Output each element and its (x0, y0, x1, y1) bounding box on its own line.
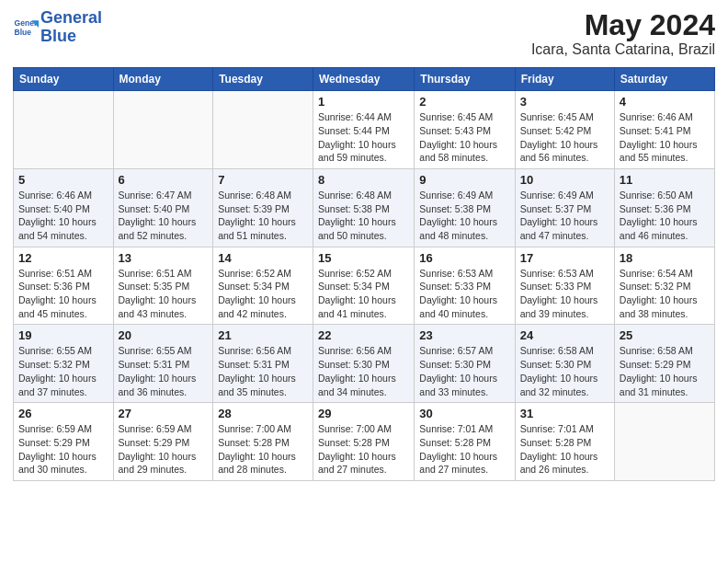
day-info: Sunrise: 6:55 AM Sunset: 5:32 PM Dayligh… (18, 344, 108, 398)
day-number: 2 (419, 95, 509, 109)
day-number: 7 (218, 173, 308, 187)
day-info: Sunrise: 7:01 AM Sunset: 5:28 PM Dayligh… (419, 422, 509, 477)
day-number: 20 (119, 328, 209, 342)
calendar-cell: 16Sunrise: 6:53 AM Sunset: 5:33 PM Dayli… (415, 247, 515, 325)
day-number: 23 (419, 328, 509, 342)
calendar-table: Sunday Monday Tuesday Wednesday Thursday… (13, 67, 715, 481)
calendar-cell: 17Sunrise: 6:53 AM Sunset: 5:33 PM Dayli… (515, 247, 614, 325)
day-number: 24 (520, 328, 609, 342)
col-friday: Friday (515, 68, 614, 91)
calendar-week-row-3: 12Sunrise: 6:51 AM Sunset: 5:36 PM Dayli… (14, 247, 715, 325)
calendar-cell: 4Sunrise: 6:46 AM Sunset: 5:41 PM Daylig… (614, 91, 714, 169)
logo-area: General Blue General Blue (13, 9, 102, 46)
generalblue-logo-icon: General Blue (13, 15, 39, 40)
calendar-cell: 29Sunrise: 7:00 AM Sunset: 5:28 PM Dayli… (313, 403, 415, 481)
calendar-cell (213, 91, 313, 169)
day-number: 11 (620, 173, 710, 187)
title-area: May 2024 Icara, Santa Catarina, Brazil (531, 9, 715, 58)
day-number: 30 (419, 407, 509, 420)
day-number: 15 (318, 251, 409, 265)
day-number: 3 (520, 95, 609, 109)
calendar-week-row-4: 19Sunrise: 6:55 AM Sunset: 5:32 PM Dayli… (14, 325, 715, 403)
day-info: Sunrise: 6:46 AM Sunset: 5:41 PM Dayligh… (620, 110, 710, 165)
col-saturday: Saturday (614, 68, 714, 91)
calendar-cell: 27Sunrise: 6:59 AM Sunset: 5:29 PM Dayli… (113, 403, 213, 481)
calendar-cell: 13Sunrise: 6:51 AM Sunset: 5:35 PM Dayli… (113, 247, 213, 325)
calendar-cell: 14Sunrise: 6:52 AM Sunset: 5:34 PM Dayli… (213, 247, 313, 325)
day-number: 13 (119, 251, 209, 265)
day-number: 6 (119, 173, 209, 187)
calendar-week-row-5: 26Sunrise: 6:59 AM Sunset: 5:29 PM Dayli… (14, 403, 715, 481)
day-number: 12 (18, 251, 108, 265)
day-info: Sunrise: 6:58 AM Sunset: 5:29 PM Dayligh… (620, 344, 710, 398)
day-number: 17 (520, 251, 609, 265)
logo-text: General Blue (40, 9, 102, 46)
calendar-cell: 22Sunrise: 6:56 AM Sunset: 5:30 PM Dayli… (313, 325, 415, 403)
calendar-cell (14, 91, 114, 169)
day-number: 25 (620, 328, 710, 342)
location-title: Icara, Santa Catarina, Brazil (531, 41, 715, 58)
day-info: Sunrise: 6:46 AM Sunset: 5:40 PM Dayligh… (18, 189, 108, 243)
calendar-cell: 2Sunrise: 6:45 AM Sunset: 5:43 PM Daylig… (415, 91, 515, 169)
calendar-header-row: Sunday Monday Tuesday Wednesday Thursday… (14, 68, 715, 91)
calendar-cell: 5Sunrise: 6:46 AM Sunset: 5:40 PM Daylig… (14, 168, 114, 247)
day-number: 31 (520, 407, 609, 420)
calendar-cell: 19Sunrise: 6:55 AM Sunset: 5:32 PM Dayli… (14, 325, 114, 403)
calendar-cell: 1Sunrise: 6:44 AM Sunset: 5:44 PM Daylig… (313, 91, 415, 169)
calendar-cell: 28Sunrise: 7:00 AM Sunset: 5:28 PM Dayli… (213, 403, 313, 481)
day-info: Sunrise: 6:50 AM Sunset: 5:36 PM Dayligh… (620, 189, 710, 243)
day-number: 1 (318, 95, 409, 109)
day-info: Sunrise: 6:48 AM Sunset: 5:39 PM Dayligh… (218, 189, 308, 243)
day-info: Sunrise: 6:45 AM Sunset: 5:42 PM Dayligh… (520, 110, 609, 165)
col-wednesday: Wednesday (313, 68, 415, 91)
month-title: May 2024 (531, 9, 715, 41)
day-info: Sunrise: 7:00 AM Sunset: 5:28 PM Dayligh… (218, 422, 308, 477)
calendar-cell: 12Sunrise: 6:51 AM Sunset: 5:36 PM Dayli… (14, 247, 114, 325)
day-number: 16 (419, 251, 509, 265)
day-info: Sunrise: 6:59 AM Sunset: 5:29 PM Dayligh… (18, 422, 108, 477)
day-number: 5 (18, 173, 108, 187)
day-info: Sunrise: 6:47 AM Sunset: 5:40 PM Dayligh… (119, 189, 209, 243)
calendar-cell: 11Sunrise: 6:50 AM Sunset: 5:36 PM Dayli… (614, 168, 714, 247)
day-info: Sunrise: 6:55 AM Sunset: 5:31 PM Dayligh… (119, 344, 209, 398)
day-info: Sunrise: 6:53 AM Sunset: 5:33 PM Dayligh… (520, 267, 609, 321)
day-info: Sunrise: 6:58 AM Sunset: 5:30 PM Dayligh… (520, 344, 609, 398)
calendar-cell: 31Sunrise: 7:01 AM Sunset: 5:28 PM Dayli… (515, 403, 614, 481)
day-info: Sunrise: 6:56 AM Sunset: 5:31 PM Dayligh… (218, 344, 308, 398)
page: General Blue General Blue May 2024 Icara… (0, 0, 728, 494)
calendar-cell: 24Sunrise: 6:58 AM Sunset: 5:30 PM Dayli… (515, 325, 614, 403)
day-info: Sunrise: 6:45 AM Sunset: 5:43 PM Dayligh… (419, 110, 509, 165)
calendar-cell: 26Sunrise: 6:59 AM Sunset: 5:29 PM Dayli… (14, 403, 114, 481)
day-info: Sunrise: 6:44 AM Sunset: 5:44 PM Dayligh… (318, 110, 409, 165)
col-sunday: Sunday (14, 68, 114, 91)
calendar-cell: 25Sunrise: 6:58 AM Sunset: 5:29 PM Dayli… (614, 325, 714, 403)
day-number: 22 (318, 328, 409, 342)
calendar-cell: 23Sunrise: 6:57 AM Sunset: 5:30 PM Dayli… (415, 325, 515, 403)
day-number: 14 (218, 251, 308, 265)
calendar-cell (113, 91, 213, 169)
calendar-week-row-1: 1Sunrise: 6:44 AM Sunset: 5:44 PM Daylig… (14, 91, 715, 169)
day-info: Sunrise: 6:51 AM Sunset: 5:35 PM Dayligh… (119, 267, 209, 321)
day-info: Sunrise: 6:49 AM Sunset: 5:38 PM Dayligh… (419, 189, 509, 243)
day-number: 28 (218, 407, 308, 420)
day-number: 21 (218, 328, 308, 342)
calendar-cell: 18Sunrise: 6:54 AM Sunset: 5:32 PM Dayli… (614, 247, 714, 325)
calendar-cell: 21Sunrise: 6:56 AM Sunset: 5:31 PM Dayli… (213, 325, 313, 403)
day-info: Sunrise: 6:52 AM Sunset: 5:34 PM Dayligh… (218, 267, 308, 321)
calendar-week-row-2: 5Sunrise: 6:46 AM Sunset: 5:40 PM Daylig… (14, 168, 715, 247)
calendar-cell: 20Sunrise: 6:55 AM Sunset: 5:31 PM Dayli… (113, 325, 213, 403)
calendar-cell: 3Sunrise: 6:45 AM Sunset: 5:42 PM Daylig… (515, 91, 614, 169)
calendar-cell: 10Sunrise: 6:49 AM Sunset: 5:37 PM Dayli… (515, 168, 614, 247)
day-number: 18 (620, 251, 710, 265)
day-info: Sunrise: 7:01 AM Sunset: 5:28 PM Dayligh… (520, 422, 609, 477)
calendar-cell: 30Sunrise: 7:01 AM Sunset: 5:28 PM Dayli… (415, 403, 515, 481)
day-info: Sunrise: 6:51 AM Sunset: 5:36 PM Dayligh… (18, 267, 108, 321)
day-info: Sunrise: 6:48 AM Sunset: 5:38 PM Dayligh… (318, 189, 409, 243)
col-tuesday: Tuesday (213, 68, 313, 91)
day-info: Sunrise: 6:59 AM Sunset: 5:29 PM Dayligh… (119, 422, 209, 477)
day-info: Sunrise: 6:56 AM Sunset: 5:30 PM Dayligh… (318, 344, 409, 398)
day-info: Sunrise: 6:57 AM Sunset: 5:30 PM Dayligh… (419, 344, 509, 398)
col-monday: Monday (113, 68, 213, 91)
day-number: 27 (119, 407, 209, 420)
calendar-cell: 6Sunrise: 6:47 AM Sunset: 5:40 PM Daylig… (113, 168, 213, 247)
